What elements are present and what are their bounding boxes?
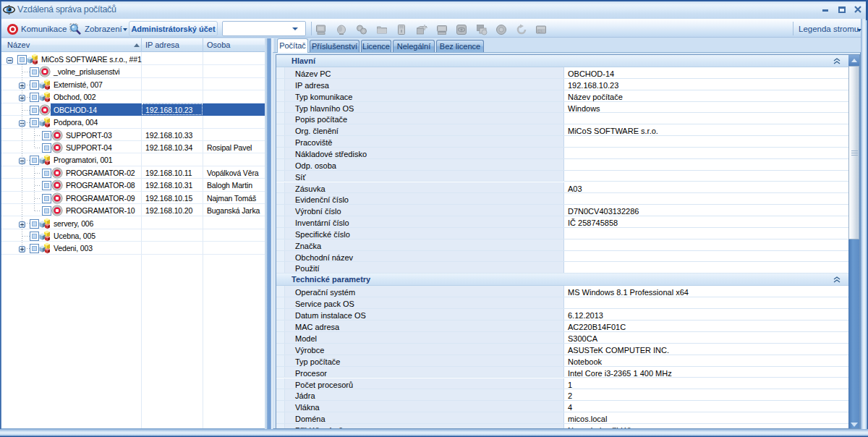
svg-text:C:\: C:\ [537,29,542,33]
